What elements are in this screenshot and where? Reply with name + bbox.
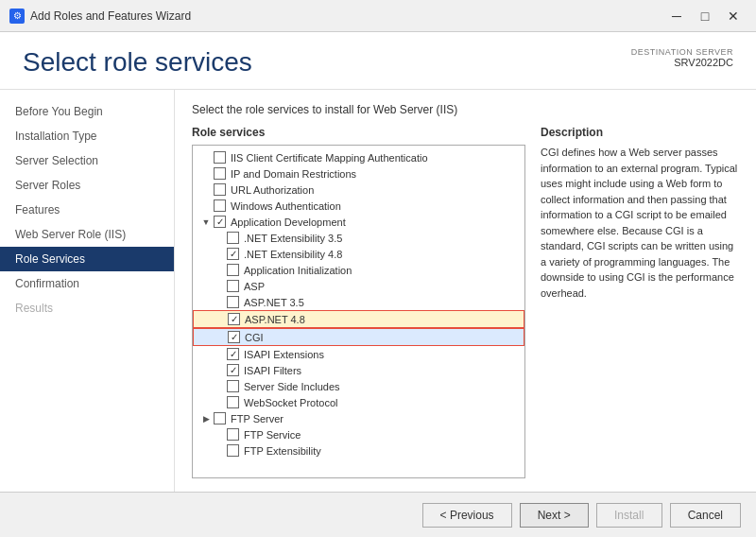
services-list: IIS Client Certificate Mapping Authentic… — [193, 146, 524, 462]
sidebar: Before You BeginInstallation TypeServer … — [0, 90, 175, 492]
checkbox[interactable] — [228, 313, 240, 325]
services-list-container[interactable]: IIS Client Certificate Mapping Authentic… — [192, 145, 525, 478]
service-label: Windows Authentication — [231, 200, 341, 212]
service-item[interactable]: IP and Domain Restrictions — [193, 165, 524, 182]
app-title: Add Roles and Features Wizard — [30, 9, 191, 23]
checkbox[interactable] — [227, 248, 239, 260]
cancel-button[interactable]: Cancel — [670, 503, 741, 528]
service-label: ISAPI Extensions — [244, 349, 324, 360]
destination-label: DESTINATION SERVER — [631, 47, 733, 57]
content-columns: Role services IIS Client Certificate Map… — [192, 126, 739, 478]
checkbox[interactable] — [214, 412, 226, 424]
service-item[interactable]: Application Initialization — [193, 262, 524, 278]
server-name: SRV2022DC — [631, 57, 733, 68]
service-label: FTP Extensibility — [244, 445, 321, 457]
sidebar-item-confirmation[interactable]: Confirmation — [0, 271, 174, 296]
service-label: FTP Server — [231, 413, 284, 424]
service-item[interactable]: .NET Extensibility 3.5 — [193, 230, 524, 246]
minimize-button[interactable]: ─ — [663, 7, 690, 26]
service-label: ASP.NET 4.8 — [245, 314, 305, 325]
service-item[interactable]: FTP Extensibility — [193, 442, 524, 459]
sidebar-item-web-server-role[interactable]: Web Server Role (IIS) — [0, 222, 174, 247]
service-item[interactable]: IIS Client Certificate Mapping Authentic… — [193, 149, 524, 165]
app-icon: ⚙ — [13, 10, 22, 21]
sidebar-item-features[interactable]: Features — [0, 198, 174, 222]
service-label: .NET Extensibility 4.8 — [244, 249, 342, 260]
service-label: Application Development — [231, 217, 346, 228]
service-item[interactable]: ASP.NET 4.8 — [193, 310, 524, 328]
role-services-column: Role services IIS Client Certificate Map… — [192, 126, 525, 478]
service-item[interactable]: URL Authorization — [193, 182, 524, 198]
titlebar-controls: ─ □ ✕ — [663, 7, 747, 26]
service-item[interactable]: ISAPI Filters — [193, 362, 524, 378]
service-label: ASP — [244, 281, 265, 292]
tree-arrow-icon: ▼ — [200, 217, 212, 227]
service-item[interactable]: CGI — [193, 328, 524, 346]
description-text: CGI defines how a Web server passes info… — [541, 145, 739, 301]
service-item[interactable]: ISAPI Extensions — [193, 346, 524, 362]
checkbox[interactable] — [214, 167, 226, 180]
titlebar-left: ⚙ Add Roles and Features Wizard — [9, 9, 191, 24]
checkbox[interactable] — [227, 296, 239, 308]
service-label: CGI — [245, 332, 264, 343]
service-item[interactable]: FTP Service — [193, 426, 524, 442]
service-label: URL Authorization — [231, 184, 314, 196]
description-header: Description — [541, 126, 739, 139]
service-item[interactable]: ASP.NET 3.5 — [193, 294, 524, 310]
service-label: ASP.NET 3.5 — [244, 297, 304, 308]
checkbox[interactable] — [227, 444, 239, 457]
service-label: IP and Domain Restrictions — [231, 168, 356, 180]
service-item[interactable]: Server Side Includes — [193, 378, 524, 394]
titlebar: ⚙ Add Roles and Features Wizard ─ □ ✕ — [0, 0, 756, 32]
checkbox[interactable] — [214, 183, 226, 196]
checkbox[interactable] — [214, 216, 226, 228]
close-button[interactable]: ✕ — [720, 7, 747, 26]
page-title: Select role services — [23, 47, 252, 78]
service-item[interactable]: ASP — [193, 278, 524, 294]
checkbox[interactable] — [227, 348, 239, 360]
service-label: WebSocket Protocol — [244, 397, 337, 408]
sidebar-item-role-services[interactable]: Role Services — [0, 247, 174, 271]
sidebar-item-server-selection[interactable]: Server Selection — [0, 148, 174, 173]
service-item[interactable]: ▼Application Development — [193, 214, 524, 230]
header: Select role services DESTINATION SERVER … — [0, 32, 756, 90]
next-button[interactable]: Next > — [520, 503, 589, 528]
service-item[interactable]: WebSocket Protocol — [193, 394, 524, 410]
install-button[interactable]: Install — [596, 503, 662, 528]
checkbox[interactable] — [227, 232, 239, 244]
service-item[interactable]: Windows Authentication — [193, 198, 524, 214]
sidebar-item-installation-type[interactable]: Installation Type — [0, 124, 174, 148]
role-services-header: Role services — [192, 126, 525, 139]
tree-arrow-icon: ▶ — [200, 414, 212, 424]
service-item[interactable]: ▶FTP Server — [193, 410, 524, 426]
checkbox[interactable] — [228, 331, 240, 343]
checkbox[interactable] — [227, 264, 239, 276]
service-label: .NET Extensibility 3.5 — [244, 233, 342, 244]
checkbox[interactable] — [227, 280, 239, 292]
checkbox[interactable] — [227, 380, 239, 392]
service-item[interactable]: .NET Extensibility 4.8 — [193, 246, 524, 262]
content-area: Select the role services to install for … — [175, 90, 756, 492]
body-layout: Before You BeginInstallation TypeServer … — [0, 90, 756, 492]
checkbox[interactable] — [227, 364, 239, 376]
sidebar-item-before-you-begin[interactable]: Before You Begin — [0, 99, 174, 124]
checkbox[interactable] — [214, 199, 226, 212]
service-label: ISAPI Filters — [244, 365, 301, 376]
main-container: Select role services DESTINATION SERVER … — [0, 32, 756, 537]
titlebar-icon: ⚙ — [9, 9, 25, 24]
destination-server: DESTINATION SERVER SRV2022DC — [631, 47, 733, 68]
content-subtitle: Select the role services to install for … — [192, 103, 739, 116]
maximize-button[interactable]: □ — [692, 7, 718, 26]
service-label: FTP Service — [244, 429, 301, 441]
checkbox[interactable] — [227, 396, 239, 408]
sidebar-item-results: Results — [0, 296, 174, 320]
service-label: Server Side Includes — [244, 381, 340, 392]
footer: < Previous Next > Install Cancel — [0, 492, 756, 537]
checkbox[interactable] — [227, 428, 239, 441]
sidebar-item-server-roles[interactable]: Server Roles — [0, 173, 174, 198]
description-column: Description CGI defines how a Web server… — [541, 126, 739, 478]
service-label: Application Initialization — [244, 265, 352, 276]
checkbox[interactable] — [214, 151, 226, 164]
service-label: IIS Client Certificate Mapping Authentic… — [231, 152, 428, 164]
previous-button[interactable]: < Previous — [422, 503, 512, 528]
